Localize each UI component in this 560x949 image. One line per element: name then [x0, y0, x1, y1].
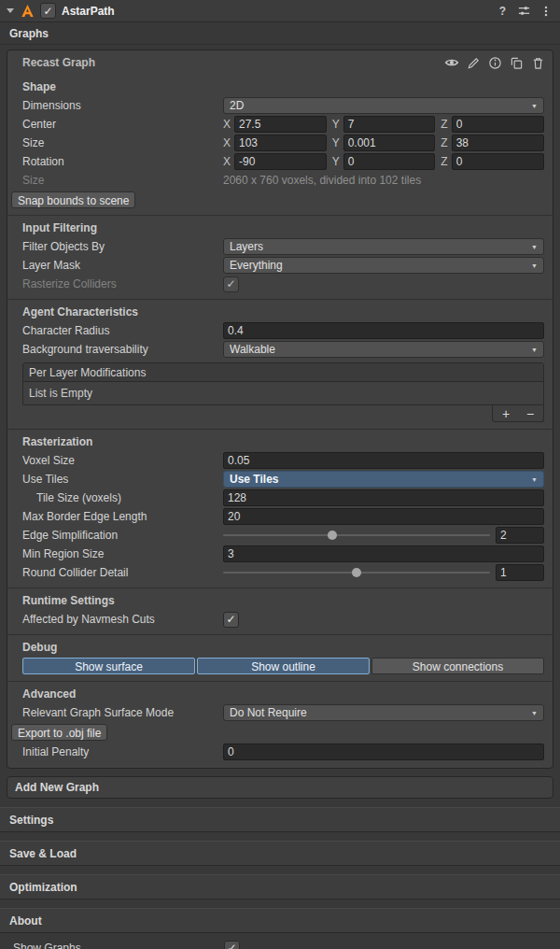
round-collider-detail-slider[interactable]: [223, 564, 490, 581]
round-collider-detail-label: Round Collider Detail: [22, 566, 223, 579]
rasterize-colliders-checkbox[interactable]: ✓: [223, 276, 239, 292]
voxel-size-row: Voxel Size: [22, 452, 544, 469]
relevant-graph-surface-mode-label: Relevant Graph Surface Mode: [22, 706, 223, 719]
size-y-input[interactable]: [343, 135, 436, 151]
help-icon[interactable]: ?: [495, 3, 511, 19]
rotation-z-input[interactable]: [452, 153, 544, 170]
edit-pencil-icon[interactable]: [466, 55, 481, 70]
tile-size-row: Tile Size (voxels): [22, 489, 544, 506]
center-z-input[interactable]: [452, 116, 544, 133]
use-tiles-row: Use Tiles Use Tiles ▼: [22, 471, 544, 488]
tile-size-input[interactable]: [223, 489, 544, 506]
initial-penalty-row: Initial Penalty: [22, 744, 544, 760]
presets-icon[interactable]: [516, 3, 532, 19]
component-header: ✓ AstarPath ?: [0, 0, 560, 22]
remove-item-button[interactable]: −: [524, 407, 537, 420]
round-collider-detail-input[interactable]: [496, 564, 544, 581]
recast-graph-header[interactable]: Recast Graph: [7, 51, 553, 74]
save-load-section-header[interactable]: Save & Load: [0, 841, 560, 866]
add-item-button[interactable]: +: [499, 407, 512, 420]
filter-objects-by-row: Filter Objects By Layers ▼: [22, 238, 544, 255]
min-region-size-input[interactable]: [223, 545, 544, 562]
max-border-edge-length-row: Max Border Edge Length: [22, 508, 544, 525]
show-graphs-checkbox[interactable]: ✓: [224, 941, 240, 949]
size-row: Size X Y Z: [22, 135, 544, 151]
filter-objects-by-dropdown[interactable]: Layers ▼: [223, 238, 544, 255]
duplicate-icon[interactable]: [509, 55, 524, 70]
max-border-edge-length-input[interactable]: [223, 508, 544, 525]
astar-logo-icon: [20, 4, 35, 19]
snap-bounds-button[interactable]: Snap bounds to scene: [11, 191, 135, 208]
optimization-section-header[interactable]: Optimization: [0, 874, 560, 899]
voxel-size-label: Voxel Size: [22, 454, 223, 467]
show-connections-button[interactable]: Show connections: [371, 658, 544, 674]
rasterize-colliders-label: Rasterize Colliders: [22, 277, 223, 290]
runtime-settings-group-header: Runtime Settings: [7, 588, 553, 609]
slider-track: [223, 534, 490, 536]
layer-mask-dropdown[interactable]: Everything ▼: [223, 257, 544, 274]
show-graphs-label: Show Graphs: [13, 942, 224, 949]
axis-x-label: X: [223, 118, 231, 131]
initial-penalty-input[interactable]: [223, 744, 544, 760]
show-surface-button[interactable]: Show surface: [22, 658, 195, 674]
axis-y-label: Y: [332, 155, 340, 168]
layer-mask-label: Layer Mask: [22, 259, 223, 272]
voxel-size-input[interactable]: [223, 452, 544, 469]
graphs-section-header[interactable]: Graphs: [0, 22, 560, 45]
visibility-eye-icon[interactable]: [444, 55, 459, 70]
chevron-down-icon: ▼: [531, 244, 538, 250]
character-radius-input[interactable]: [223, 322, 544, 339]
rotation-x-input[interactable]: [234, 153, 327, 170]
optimization-label: Optimization: [9, 881, 77, 894]
slider-thumb[interactable]: [328, 531, 337, 540]
dimensions-value: 2D: [230, 99, 527, 112]
center-y-input[interactable]: [343, 116, 436, 133]
delete-trash-icon[interactable]: [530, 55, 545, 70]
add-new-graph-button[interactable]: Add New Graph: [7, 776, 553, 799]
tile-size-label: Tile Size (voxels): [22, 491, 223, 504]
relevant-graph-surface-mode-row: Relevant Graph Surface Mode Do Not Requi…: [22, 704, 544, 721]
foldout-open-icon[interactable]: [7, 8, 14, 13]
background-traversability-dropdown[interactable]: Walkable ▼: [223, 341, 544, 358]
affected-by-navmesh-cuts-label: Affected by Navmesh Cuts: [22, 613, 223, 626]
edge-simplification-slider[interactable]: [223, 527, 490, 544]
use-tiles-dropdown[interactable]: Use Tiles ▼: [223, 471, 544, 488]
size-info-value: 2060 x 760 voxels, divided into 102 tile…: [223, 174, 421, 187]
show-outline-button[interactable]: Show outline: [197, 658, 370, 674]
per-layer-modifications-empty: List is Empty: [23, 382, 543, 404]
export-obj-button[interactable]: Export to .obj file: [11, 724, 107, 741]
info-icon[interactable]: [487, 55, 502, 70]
center-label: Center: [22, 118, 223, 131]
settings-label: Settings: [9, 814, 53, 827]
axis-y-label: Y: [332, 118, 340, 131]
list-empty-text: List is Empty: [29, 387, 92, 400]
size-z-input[interactable]: [452, 135, 544, 151]
filter-objects-by-label: Filter Objects By: [22, 240, 223, 253]
edge-simplification-label: Edge Simplification: [22, 529, 223, 542]
rotation-vector3: X Y Z: [223, 153, 544, 170]
per-layer-modifications-header[interactable]: Per Layer Modifications: [23, 363, 543, 382]
show-graphs-row: Show Graphs ✓: [13, 940, 552, 949]
rotation-y-input[interactable]: [343, 153, 436, 170]
relevant-graph-surface-mode-dropdown[interactable]: Do Not Require ▼: [223, 704, 544, 721]
dimensions-dropdown[interactable]: 2D ▼: [223, 97, 544, 114]
edge-simplification-input[interactable]: [496, 527, 544, 544]
center-x-input[interactable]: [234, 116, 327, 133]
recast-graph-title: Recast Graph: [22, 56, 438, 69]
about-section-header[interactable]: About: [0, 908, 560, 933]
recast-graph-panel: Recast Graph: [7, 50, 553, 769]
shape-group-header: Shape: [7, 75, 553, 95]
center-vector3: X Y Z: [223, 116, 544, 133]
axis-z-label: Z: [441, 118, 447, 131]
settings-section-header[interactable]: Settings: [0, 807, 560, 832]
kebab-menu-icon[interactable]: [538, 3, 553, 19]
size-x-input[interactable]: [234, 135, 327, 151]
astarpath-inspector: ✓ AstarPath ? Graphs Recast Graph: [0, 0, 560, 949]
max-border-edge-length-label: Max Border Edge Length: [22, 510, 223, 523]
affected-by-navmesh-cuts-checkbox[interactable]: ✓: [223, 612, 239, 628]
agent-characteristics-group-header: Agent Characteristics: [7, 299, 553, 320]
input-filtering-group-header: Input Filtering: [7, 215, 553, 236]
chevron-down-icon: ▼: [531, 262, 538, 269]
component-enabled-checkbox[interactable]: ✓: [40, 3, 56, 19]
slider-thumb[interactable]: [352, 568, 361, 577]
